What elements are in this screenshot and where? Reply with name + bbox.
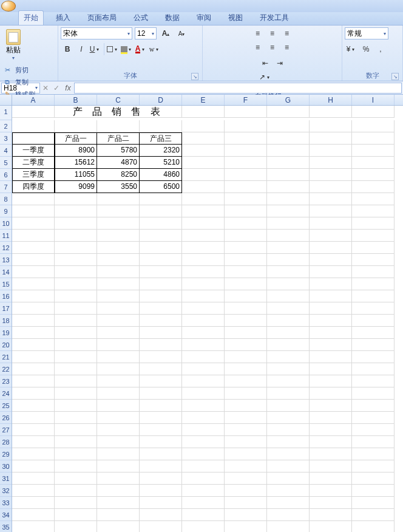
row-header[interactable]: 30 (0, 460, 12, 472)
cell[interactable] (182, 302, 225, 315)
cell[interactable] (182, 460, 225, 472)
cell[interactable] (310, 132, 352, 145)
cell[interactable] (352, 132, 395, 145)
cell[interactable] (97, 230, 140, 242)
spreadsheet-grid[interactable]: ABCDEFGHI 123456789101112131415161718192… (0, 95, 403, 532)
cell[interactable] (352, 278, 395, 290)
cell[interactable] (225, 412, 267, 424)
cell[interactable] (55, 254, 97, 266)
column-header[interactable]: H (310, 95, 352, 105)
cell[interactable] (267, 472, 310, 485)
cell[interactable] (267, 351, 310, 363)
column-header[interactable]: I (352, 95, 395, 105)
cell[interactable] (352, 509, 395, 521)
cell[interactable] (182, 400, 225, 412)
cell[interactable] (12, 339, 55, 351)
cell[interactable] (267, 339, 310, 351)
cell[interactable]: 一季度 (12, 145, 55, 157)
cell[interactable] (225, 181, 267, 193)
cell[interactable] (12, 509, 55, 521)
number-format-combo[interactable]: 常规▾ (345, 27, 388, 39)
cell[interactable] (310, 254, 352, 266)
cell[interactable] (140, 424, 182, 436)
cell[interactable] (97, 412, 140, 424)
cell[interactable] (182, 205, 225, 217)
cell[interactable] (55, 266, 97, 278)
row-header[interactable]: 33 (0, 497, 12, 509)
cell[interactable] (225, 230, 267, 242)
cell[interactable] (97, 363, 140, 375)
cell[interactable] (55, 375, 97, 387)
cell[interactable] (182, 254, 225, 266)
cell[interactable] (55, 278, 97, 290)
cell[interactable] (225, 485, 267, 497)
cell[interactable] (182, 521, 225, 532)
cell[interactable] (352, 254, 395, 266)
cell[interactable] (352, 448, 395, 460)
cell[interactable] (140, 315, 182, 327)
cell[interactable] (12, 302, 55, 315)
cell[interactable] (225, 375, 267, 387)
cell[interactable] (310, 472, 352, 485)
cell[interactable] (310, 485, 352, 497)
increase-indent-button[interactable] (273, 57, 286, 69)
cell[interactable] (140, 448, 182, 460)
percent-button[interactable] (359, 43, 373, 55)
cell[interactable]: 产品三 (140, 132, 182, 145)
cell[interactable] (140, 521, 182, 532)
row-header[interactable]: 27 (0, 424, 12, 436)
cell[interactable] (55, 400, 97, 412)
row-header[interactable]: 14 (0, 266, 12, 278)
cell[interactable] (352, 217, 395, 230)
cell[interactable] (225, 132, 267, 145)
row-header[interactable]: 8 (0, 193, 12, 205)
column-header[interactable]: F (225, 95, 267, 105)
cell[interactable] (12, 327, 55, 339)
cell[interactable] (310, 145, 352, 157)
cell[interactable] (140, 205, 182, 217)
cell[interactable] (182, 327, 225, 339)
cell[interactable]: 产 品 销 售 表 (55, 106, 182, 118)
cell[interactable] (352, 205, 395, 217)
cell[interactable] (55, 242, 97, 254)
cell[interactable] (97, 436, 140, 448)
cell[interactable] (12, 436, 55, 448)
cell[interactable] (97, 327, 140, 339)
cell[interactable] (12, 363, 55, 375)
column-header[interactable]: E (182, 95, 225, 105)
cell[interactable]: 4860 (140, 169, 182, 181)
comma-style-button[interactable] (374, 43, 387, 55)
cell[interactable] (352, 339, 395, 351)
cell[interactable] (12, 521, 55, 532)
select-all-corner[interactable] (0, 95, 12, 105)
cell[interactable] (352, 363, 395, 375)
cell[interactable] (182, 106, 225, 118)
row-header[interactable]: 11 (0, 230, 12, 242)
cell[interactable] (12, 217, 55, 230)
cell[interactable] (225, 448, 267, 460)
cell[interactable] (267, 266, 310, 278)
cell[interactable] (97, 472, 140, 485)
cell[interactable] (182, 339, 225, 351)
row-header[interactable]: 25 (0, 400, 12, 412)
cell[interactable] (267, 290, 310, 302)
cell[interactable] (97, 387, 140, 400)
cell[interactable]: 2320 (140, 145, 182, 157)
cell[interactable] (352, 230, 395, 242)
cell[interactable] (310, 375, 352, 387)
cell[interactable] (267, 327, 310, 339)
cell[interactable] (55, 424, 97, 436)
cell[interactable]: 三季度 (12, 169, 55, 181)
tab-2[interactable]: 页面布局 (83, 11, 121, 25)
cell[interactable] (97, 242, 140, 254)
cell[interactable]: 产品一 (55, 132, 97, 145)
cell[interactable] (310, 351, 352, 363)
cell[interactable] (140, 217, 182, 230)
cell[interactable] (225, 254, 267, 266)
row-header[interactable]: 2 (0, 120, 12, 132)
cell[interactable] (352, 485, 395, 497)
cell[interactable] (267, 145, 310, 157)
cell[interactable] (310, 169, 352, 181)
cell[interactable] (310, 217, 352, 230)
cell[interactable] (182, 266, 225, 278)
